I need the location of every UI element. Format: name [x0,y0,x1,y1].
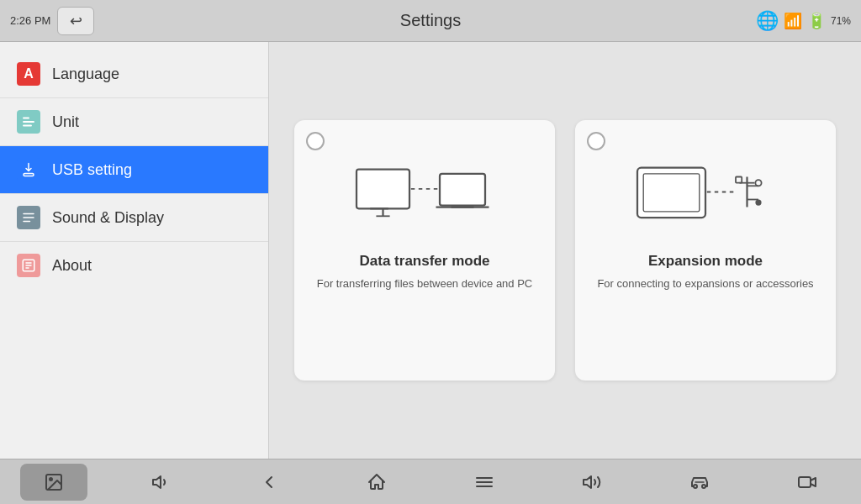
home-button[interactable] [343,464,410,501]
sidebar-label-about: About [52,257,92,275]
top-bar-right: 🌐 📶 🔋 71% [756,10,851,32]
svg-point-25 [755,200,761,206]
expansion-radio[interactable] [587,132,605,150]
svg-rect-37 [799,477,811,487]
svg-rect-19 [643,174,700,212]
sidebar-item-sound[interactable]: Sound & Display [0,194,268,242]
volume-up-icon [582,472,602,492]
video-button[interactable] [774,464,841,501]
volume-up-button[interactable] [558,464,626,501]
gallery-icon [44,472,64,492]
expansion-illustration [630,158,781,234]
svg-marker-34 [584,476,591,488]
wifi-icon: 📶 [784,12,802,30]
top-bar: 2:26 PM ↩ Settings 🌐 📶 🔋 71% [0,0,861,42]
data-transfer-icon-area [349,154,500,238]
svg-point-24 [755,180,761,186]
menu-button[interactable] [451,464,518,501]
top-bar-left: 2:26 PM ↩ [10,7,94,35]
svg-point-29 [50,478,52,480]
sound-display-icon [17,206,40,229]
usb-icon [17,158,40,181]
expansion-title: Expansion mode [648,253,763,270]
svg-marker-30 [153,476,161,488]
main-content: A Language Unit [0,42,861,459]
page-title: Settings [400,11,461,30]
svg-rect-23 [736,177,742,183]
battery-icon: 🔋 [807,12,826,30]
back-button[interactable]: ↩ [57,7,94,35]
sidebar-label-usb: USB setting [52,161,132,179]
back-icon: ↩ [70,12,82,30]
volume-down-button[interactable] [128,464,195,501]
about-icon [17,254,40,277]
car-icon [689,472,710,492]
sidebar-item-usb[interactable]: USB setting [0,146,268,194]
data-transfer-card[interactable]: Data transfer mode For transferring file… [294,120,555,381]
bottom-bar [0,459,861,504]
sidebar-label-language: Language [52,66,119,83]
sidebar-item-about[interactable]: About [0,242,268,289]
content-area: Data transfer mode For transferring file… [269,42,861,459]
svg-rect-10 [357,170,409,209]
language-icon: A [17,62,40,86]
battery-label: 71% [831,15,851,27]
data-transfer-radio[interactable] [306,132,325,150]
expansion-card[interactable]: Expansion mode For connecting to expansi… [575,120,836,381]
sidebar-label-sound: Sound & Display [52,209,164,227]
globe-icon: 🌐 [756,10,779,32]
sidebar: A Language Unit [0,42,269,459]
sidebar-label-unit: Unit [52,113,79,131]
data-transfer-desc: For transferring files between device an… [317,276,533,291]
back-nav-icon [259,472,279,492]
time-label: 2:26 PM [10,14,50,27]
sidebar-item-unit[interactable]: Unit [0,98,268,146]
car-button[interactable] [666,464,733,501]
svg-point-36 [702,485,705,488]
unit-icon [17,110,40,134]
volume-down-icon [151,472,172,492]
back-nav-button[interactable] [235,464,303,501]
data-transfer-title: Data transfer mode [360,253,490,270]
expansion-icon-area [630,154,781,238]
home-icon [367,472,387,492]
expansion-desc: For connecting to expansions or accessor… [597,276,813,291]
svg-rect-15 [440,174,485,206]
gallery-button[interactable] [20,464,87,501]
menu-icon [474,472,494,492]
svg-point-35 [694,485,697,488]
data-transfer-illustration [349,158,500,234]
video-icon [797,472,817,492]
sidebar-item-language[interactable]: A Language [0,50,268,98]
